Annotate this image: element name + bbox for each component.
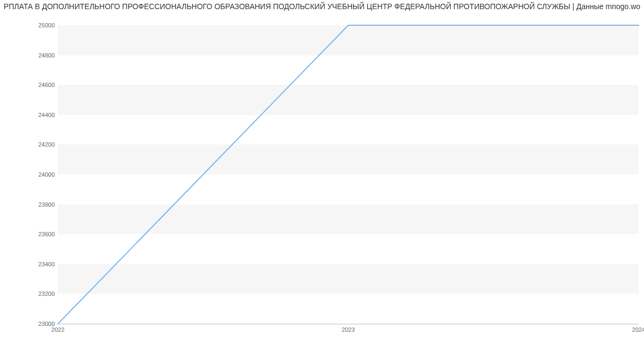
data-series-line [58, 25, 639, 324]
plot-area [58, 25, 639, 324]
y-axis-tick-label: 24400 [6, 112, 55, 118]
y-axis-tick-label: 24600 [6, 82, 55, 88]
y-axis-tick-label: 24000 [6, 171, 55, 178]
line-layer [58, 25, 639, 324]
y-axis-tick-label: 23200 [6, 290, 55, 297]
chart-container: РПЛАТА В ДОПОЛНИТЕЛЬНОГО ПРОФЕССИОНАЛЬНО… [0, 0, 644, 349]
y-axis-tick-label: 25000 [6, 22, 55, 28]
y-axis-tick-label: 23400 [6, 261, 55, 267]
y-axis-tick-label: 24200 [6, 141, 55, 148]
y-axis-tick-label: 23800 [6, 201, 55, 208]
x-axis-tick-label: 2023 [342, 326, 355, 333]
y-axis-tick-label: 24800 [6, 52, 55, 59]
y-axis-tick-label: 23000 [6, 321, 55, 327]
chart-title: РПЛАТА В ДОПОЛНИТЕЛЬНОГО ПРОФЕССИОНАЛЬНО… [0, 0, 644, 13]
x-axis-tick-label: 2024 [632, 326, 644, 333]
x-axis-tick-label: 2022 [52, 326, 64, 333]
y-axis-tick-label: 23600 [6, 231, 55, 237]
